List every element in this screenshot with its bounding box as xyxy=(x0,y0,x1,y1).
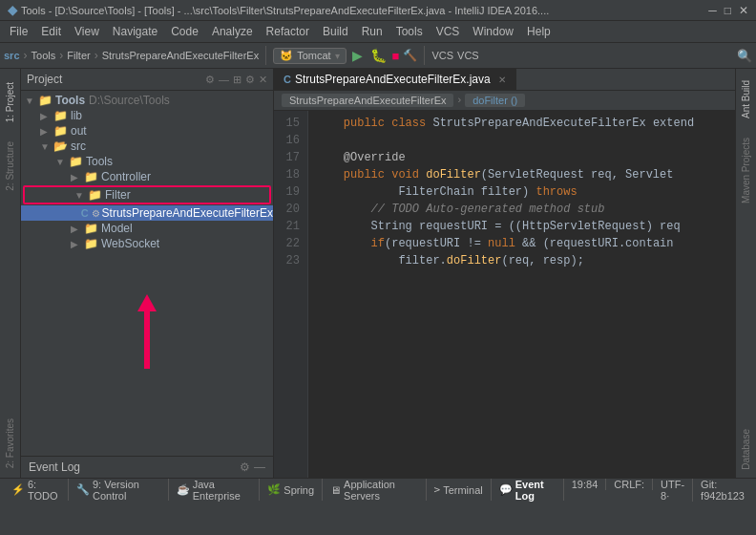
filter-breadcrumb[interactable]: Filter xyxy=(67,50,90,61)
search-button[interactable]: 🔍 xyxy=(737,49,752,63)
vcs-button[interactable]: VCS xyxy=(431,50,453,61)
menu-run[interactable]: Run xyxy=(356,23,388,40)
breadcrumb-sep1: › xyxy=(24,49,28,62)
menu-help[interactable]: Help xyxy=(521,23,556,40)
menu-analyze[interactable]: Analyze xyxy=(206,23,259,40)
menu-edit[interactable]: Edit xyxy=(35,23,67,40)
app-icon: ◆ xyxy=(8,3,17,17)
tools-breadcrumb[interactable]: Tools xyxy=(32,50,56,61)
linenum-16: 16 xyxy=(282,132,300,149)
menu-vcs[interactable]: VCS xyxy=(430,23,466,40)
debug-button[interactable]: 🐛 xyxy=(368,48,388,63)
tree-websocket[interactable]: ▶ 📁 WebSocket xyxy=(21,236,273,251)
tree-tools[interactable]: ▼ 📁 Tools xyxy=(21,154,273,169)
lib-folder-icon: 📁 xyxy=(53,109,68,122)
lib-arrow: ▶ xyxy=(40,111,52,121)
panel-settings-icon[interactable]: ⚙ xyxy=(205,74,215,86)
sidebar-tab-project[interactable]: 1: Project xyxy=(2,73,18,132)
src-label: src xyxy=(71,139,86,153)
status-git[interactable]: Git: f942b123 xyxy=(693,479,752,502)
linenum-15: 15 xyxy=(282,115,300,132)
java-enterprise-icon: ☕ xyxy=(177,483,190,496)
right-tab-ant[interactable]: Ant Build xyxy=(738,73,754,126)
menu-refactor[interactable]: Refactor xyxy=(261,23,315,40)
menu-code[interactable]: Code xyxy=(165,23,204,40)
menu-tools[interactable]: Tools xyxy=(390,23,429,40)
panel-expand-icon[interactable]: ⊞ xyxy=(233,74,242,86)
event-log-tools: ⚙ — xyxy=(240,460,265,474)
todo-label: 6: TODO xyxy=(28,479,60,502)
status-event-log[interactable]: 💬 Event Log xyxy=(492,479,564,501)
breadcrumb-class[interactable]: StrutsPrepareAndExecuteFilterEx xyxy=(282,94,453,107)
class-breadcrumb[interactable]: StrutsPrepareAndExecuteFilterEx xyxy=(102,50,259,61)
event-log-close-icon[interactable]: — xyxy=(254,460,265,474)
close-button[interactable]: ✕ xyxy=(739,4,748,17)
menu-navigate[interactable]: Navigate xyxy=(107,23,163,40)
tree-model[interactable]: ▶ 📁 Model xyxy=(21,221,273,236)
menu-bar: File Edit View Navigate Code Analyze Ref… xyxy=(0,21,756,43)
tree-filter[interactable]: ▼ 📁 Filter xyxy=(23,185,271,204)
code-line-20: // TODO Auto-generated method stub xyxy=(316,201,727,218)
stop-button[interactable]: ■ xyxy=(392,49,400,63)
tomcat-icon: 🐱 xyxy=(280,50,293,62)
terminal-label: Terminal xyxy=(443,484,483,496)
src-breadcrumb[interactable]: src xyxy=(4,50,20,61)
menu-window[interactable]: Window xyxy=(467,23,519,40)
breadcrumb-arrow: › xyxy=(457,94,461,107)
right-tab-database[interactable]: Database xyxy=(738,421,754,478)
panel-gear-icon[interactable]: ⚙ xyxy=(245,74,255,86)
main-layout: 1: Project 2: Structure 2: Favorites Pro… xyxy=(0,69,756,478)
panel-collapse-icon[interactable]: — xyxy=(219,74,229,86)
tree-root[interactable]: ▼ 📁 Tools D:\Source\Tools xyxy=(21,93,273,108)
toolbar-separator xyxy=(265,46,266,65)
event-log-label: Event Log xyxy=(29,460,80,474)
breadcrumb-method[interactable]: doFilter () xyxy=(465,94,525,107)
tree-src[interactable]: ▼ 📂 src xyxy=(21,139,273,154)
sidebar-tab-favorites[interactable]: 2: Favorites xyxy=(2,409,18,478)
project-panel-title: Project xyxy=(27,73,62,86)
right-tab-maven[interactable]: Maven Projects xyxy=(738,130,754,211)
status-vcs[interactable]: 🔧 9: Version Control xyxy=(69,479,169,501)
status-position[interactable]: 19:84 xyxy=(564,479,607,490)
tree-struts-file[interactable]: C ⚙ StrutsPrepareAndExecuteFilterEx xyxy=(21,205,273,221)
linenum-17: 17 xyxy=(282,149,300,166)
status-terminal[interactable]: > Terminal xyxy=(427,479,492,501)
maximize-button[interactable]: □ xyxy=(724,4,731,17)
annotation-arrow xyxy=(137,294,157,369)
linenum-22: 22 xyxy=(282,235,300,252)
out-arrow: ▶ xyxy=(40,126,52,137)
minimize-button[interactable]: ─ xyxy=(708,4,717,17)
sidebar-tab-structure[interactable]: 2: Structure xyxy=(2,132,18,201)
event-log-panel[interactable]: Event Log ⚙ — xyxy=(21,456,273,478)
status-todo[interactable]: ⚡ 6: TODO xyxy=(4,479,69,501)
git-text: Git: f942b123 xyxy=(701,479,745,502)
panel-close-icon[interactable]: ✕ xyxy=(259,74,267,86)
editor-tab-struts[interactable]: C StrutsPrepareAndExecuteFilterEx.java ✕ xyxy=(274,69,516,90)
tree-lib[interactable]: ▶ 📁 lib xyxy=(21,108,273,123)
status-app-servers[interactable]: 🖥 Application Servers xyxy=(323,479,426,501)
status-encoding[interactable]: UTF-8· xyxy=(653,479,693,502)
tree-out[interactable]: ▶ 📁 out xyxy=(21,123,273,139)
status-spring[interactable]: 🌿 Spring xyxy=(260,479,323,501)
breadcrumb-sep2: › xyxy=(59,49,63,62)
event-log-settings-icon[interactable]: ⚙ xyxy=(240,460,250,474)
linenum-23: 23 xyxy=(282,252,300,269)
tree-controller[interactable]: ▶ 📁 Controller xyxy=(21,169,273,184)
vcs-label: 9: Version Control xyxy=(93,479,160,502)
status-java-enterprise[interactable]: ☕ Java Enterprise xyxy=(169,479,261,501)
menu-build[interactable]: Build xyxy=(317,23,354,40)
model-arrow: ▶ xyxy=(71,224,82,234)
vcs2-button[interactable]: VCS xyxy=(457,50,479,61)
websocket-folder-icon: 📁 xyxy=(84,237,98,250)
app-servers-icon: 🖥 xyxy=(330,484,341,496)
menu-view[interactable]: View xyxy=(69,23,105,40)
run-config-selector[interactable]: 🐱 Tomcat ▾ xyxy=(273,48,346,64)
tools-folder-icon: 📁 xyxy=(69,155,83,168)
run-button[interactable]: ▶ xyxy=(350,48,365,63)
editor-tabs: C StrutsPrepareAndExecuteFilterEx.java ✕ xyxy=(274,69,735,91)
build-button[interactable]: 🔨 xyxy=(403,49,417,62)
menu-file[interactable]: File xyxy=(4,23,33,40)
tab-close-icon[interactable]: ✕ xyxy=(498,75,506,85)
struts-decorator-icon: ⚙ xyxy=(92,208,100,219)
status-line-ending[interactable]: CRLF: xyxy=(606,479,653,490)
